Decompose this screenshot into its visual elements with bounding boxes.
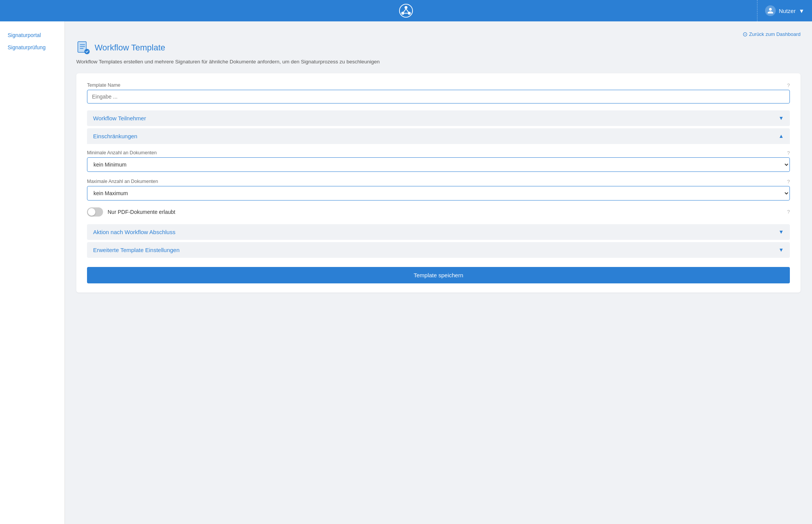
back-to-dashboard-link[interactable]: ⊙ Zurück zum Dashboard bbox=[743, 31, 801, 38]
template-name-help[interactable]: ? bbox=[787, 82, 790, 88]
back-link-label: Zurück zum Dashboard bbox=[749, 31, 801, 37]
erweiterte-einstellungen-header[interactable]: Erweiterte Template Einstellungen ▼ bbox=[87, 242, 790, 258]
form-card: Template Name ? Workflow Teilnehmer ▼ Ei… bbox=[76, 73, 801, 293]
min-documents-select[interactable]: kein Minimum 1 2 3 4 5 bbox=[87, 157, 790, 172]
page-title: Workflow Template bbox=[95, 43, 165, 53]
svg-line-5 bbox=[406, 9, 409, 12]
sidebar: Signaturportal Signaturprüfung bbox=[0, 21, 65, 524]
template-name-group: Template Name ? bbox=[87, 82, 790, 104]
einschraenkungen-section: Einschränkungen ▲ Minimale Anzahl an Dok… bbox=[87, 128, 790, 220]
main-content: ⊙ Zurück zum Dashboard Workflow Template… bbox=[65, 21, 812, 524]
einschraenkungen-arrow: ▲ bbox=[778, 133, 784, 139]
template-name-label-row: Template Name ? bbox=[87, 82, 790, 88]
max-documents-group: Maximale Anzahl an Dokumenten ? kein Max… bbox=[87, 179, 790, 201]
sidebar-item-signaturportal[interactable]: Signaturportal bbox=[0, 29, 64, 41]
einschraenkungen-title: Einschränkungen bbox=[93, 133, 137, 139]
max-documents-label: Maximale Anzahl an Dokumenten bbox=[87, 179, 158, 184]
user-icon bbox=[767, 7, 774, 14]
save-template-button[interactable]: Template speichern bbox=[87, 267, 790, 283]
svg-line-4 bbox=[403, 9, 406, 12]
workflow-teilnehmer-title: Workflow Teilnehmer bbox=[93, 115, 146, 121]
pdf-only-toggle[interactable] bbox=[87, 207, 103, 217]
min-documents-label: Minimale Anzahl an Dokumenten bbox=[87, 150, 157, 155]
max-documents-help[interactable]: ? bbox=[787, 179, 790, 184]
back-link-container: ⊙ Zurück zum Dashboard bbox=[76, 31, 801, 38]
user-menu[interactable]: Nutzer ▼ bbox=[757, 0, 812, 21]
page-description: Workflow Templates erstellen und mehrere… bbox=[76, 58, 801, 66]
app-header: Nutzer ▼ bbox=[0, 0, 812, 21]
user-avatar-icon bbox=[765, 5, 776, 16]
aktion-nach-workflow-header[interactable]: Aktion nach Workflow Abschluss ▼ bbox=[87, 224, 790, 240]
user-name: Nutzer bbox=[779, 8, 796, 14]
workflow-teilnehmer-header[interactable]: Workflow Teilnehmer ▼ bbox=[87, 110, 790, 126]
main-layout: Signaturportal Signaturprüfung ⊙ Zurück … bbox=[0, 21, 812, 524]
workflow-teilnehmer-arrow: ▼ bbox=[778, 115, 784, 121]
toggle-knob bbox=[88, 208, 95, 216]
template-name-input[interactable] bbox=[87, 90, 790, 104]
min-documents-label-row: Minimale Anzahl an Dokumenten ? bbox=[87, 150, 790, 156]
min-documents-help[interactable]: ? bbox=[787, 150, 790, 156]
einschraenkungen-content: Minimale Anzahl an Dokumenten ? kein Min… bbox=[87, 144, 790, 220]
aktion-nach-workflow-title: Aktion nach Workflow Abschluss bbox=[93, 229, 176, 235]
app-logo bbox=[399, 3, 413, 18]
erweiterte-einstellungen-section: Erweiterte Template Einstellungen ▼ bbox=[87, 242, 790, 258]
logo-icon bbox=[399, 3, 413, 18]
back-icon: ⊙ bbox=[743, 31, 748, 38]
section-gap-1 bbox=[87, 222, 790, 224]
max-documents-select[interactable]: kein Maximum 1 2 3 4 5 bbox=[87, 186, 790, 201]
pdf-only-help[interactable]: ? bbox=[787, 209, 790, 215]
einschraenkungen-header[interactable]: Einschränkungen ▲ bbox=[87, 128, 790, 144]
page-header-icon bbox=[76, 41, 90, 55]
svg-point-1 bbox=[404, 6, 408, 9]
user-dropdown-arrow: ▼ bbox=[799, 8, 804, 14]
pdf-only-label: Nur PDF-Dokumente erlaubt bbox=[108, 209, 175, 215]
erweiterte-einstellungen-arrow: ▼ bbox=[778, 247, 784, 253]
aktion-nach-workflow-arrow: ▼ bbox=[778, 229, 784, 235]
max-documents-label-row: Maximale Anzahl an Dokumenten ? bbox=[87, 179, 790, 184]
page-header: Workflow Template bbox=[76, 41, 801, 55]
pdf-only-row: Nur PDF-Dokumente erlaubt ? bbox=[87, 207, 790, 217]
erweiterte-einstellungen-title: Erweiterte Template Einstellungen bbox=[93, 247, 180, 253]
min-documents-group: Minimale Anzahl an Dokumenten ? kein Min… bbox=[87, 150, 790, 172]
sidebar-item-signaturpruefung[interactable]: Signaturprüfung bbox=[0, 41, 64, 53]
aktion-nach-workflow-section: Aktion nach Workflow Abschluss ▼ bbox=[87, 224, 790, 240]
template-name-label: Template Name bbox=[87, 82, 121, 88]
workflow-teilnehmer-section: Workflow Teilnehmer ▼ bbox=[87, 110, 790, 126]
